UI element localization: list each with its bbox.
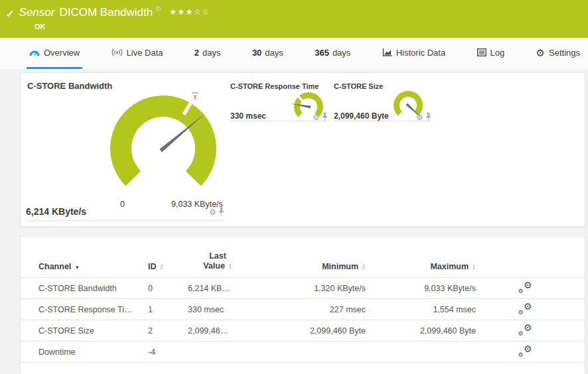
tab-label: days bbox=[202, 48, 220, 58]
column-header-channel[interactable]: Channel▼ bbox=[21, 237, 148, 278]
channel-name: C-STORE Response Ti… bbox=[21, 299, 148, 320]
edit-channel-gears-icon[interactable]: ⚙⚙ bbox=[518, 281, 532, 294]
channel-minimum: 1,320 KByte/s bbox=[248, 278, 380, 299]
gauge-title-size: C-STORE Size bbox=[334, 82, 383, 90]
flag-icon[interactable]: ⚐ bbox=[155, 5, 161, 13]
size-current-value: 2,099,460 Byte bbox=[334, 111, 389, 121]
tab-label: days bbox=[265, 48, 283, 58]
column-label: Maximum bbox=[430, 262, 469, 271]
sort-arrows-icon: ▲▼ bbox=[362, 264, 366, 271]
table-row-response-time[interactable]: C-STORE Response Ti… 1 330 msec 227 msec… bbox=[21, 299, 586, 320]
priority-star-rating[interactable]: ★★★☆☆ bbox=[169, 7, 210, 17]
divider bbox=[26, 220, 224, 221]
channel-maximum: 1,554 msec bbox=[380, 299, 490, 320]
bandwidth-widget-controls: ⚙ bbox=[209, 208, 224, 216]
live-broadcast-icon bbox=[111, 48, 123, 56]
table-row-size[interactable]: C-STORE Size 2 2,099,46… 2,099,460 Byte … bbox=[21, 320, 586, 342]
gauge-needle bbox=[290, 103, 311, 108]
column-header-last-value[interactable]: Last Value▲▼ bbox=[188, 237, 248, 278]
ok-check-icon: ✓ bbox=[6, 8, 15, 20]
historic-chart-icon bbox=[382, 48, 392, 57]
channel-last-value: 2,099,46… bbox=[188, 320, 248, 342]
table-row-bandwidth[interactable]: C-STORE Bandwidth 0 6,214 KB… 1,320 KByt… bbox=[21, 278, 586, 299]
channel-name: Downtime bbox=[21, 342, 148, 363]
tab-number: 2 bbox=[194, 48, 199, 58]
gauges-panel: C-STORE Bandwidth x 0 9,033 KByte/s 6,21… bbox=[20, 72, 585, 227]
column-header-actions bbox=[490, 237, 586, 278]
log-list-icon bbox=[477, 48, 486, 56]
channel-id: -4 bbox=[148, 342, 188, 363]
channel-name: C-STORE Bandwidth bbox=[21, 278, 148, 299]
channel-maximum: 2,099,460 Byte bbox=[380, 320, 490, 342]
widget-gear-icon[interactable]: ⚙ bbox=[313, 113, 320, 121]
channel-minimum bbox=[248, 342, 380, 363]
tab-overview[interactable]: Overview bbox=[27, 38, 82, 69]
tab-label: Historic Data bbox=[396, 48, 445, 58]
tab-settings[interactable]: ⚙ Settings bbox=[534, 38, 583, 69]
settings-gear-icon: ⚙ bbox=[536, 48, 545, 58]
page-content: C-STORE Bandwidth x 0 9,033 KByte/s 6,21… bbox=[0, 69, 588, 374]
gauge-title-response-time: C-STORE Response Time bbox=[230, 82, 319, 90]
edit-channel-gears-icon[interactable]: ⚙⚙ bbox=[518, 324, 532, 336]
channel-id: 2 bbox=[148, 320, 188, 342]
channel-id: 1 bbox=[148, 299, 188, 320]
table-row-downtime[interactable]: Downtime -4 ⚙⚙ bbox=[21, 342, 586, 363]
column-label: ID bbox=[148, 262, 157, 271]
gauge-icon bbox=[29, 48, 40, 57]
channel-name: C-STORE Size bbox=[21, 320, 148, 342]
divider bbox=[230, 121, 327, 121]
tab-historic-data[interactable]: Historic Data bbox=[380, 38, 448, 69]
edit-channel-gears-icon[interactable]: ⚙⚙ bbox=[518, 345, 532, 357]
tab-live-data[interactable]: Live Data bbox=[109, 38, 166, 69]
response-time-current-value: 330 msec bbox=[230, 111, 266, 121]
channel-last-value bbox=[188, 342, 248, 363]
column-label: Value bbox=[203, 261, 225, 271]
channel-last-value: 6,214 KB… bbox=[188, 278, 248, 299]
tab-label: Settings bbox=[549, 48, 580, 58]
channel-maximum bbox=[380, 342, 490, 363]
sensor-status-header: ✓ Sensor DICOM Bandwidth ⚐ ★★★☆☆ OK bbox=[0, 0, 588, 38]
channel-minimum: 2,099,460 Byte bbox=[248, 320, 380, 342]
tab-label: Live Data bbox=[127, 48, 163, 58]
sort-arrows-icon: ▲▼ bbox=[160, 264, 164, 271]
channel-table-panel: Channel▼ ID▲▼ Last Value▲▼ Minimum▲▼ Max… bbox=[20, 236, 585, 374]
tab-number: 365 bbox=[315, 48, 329, 58]
sensor-kind-label: Sensor bbox=[19, 6, 55, 19]
column-header-minimum[interactable]: Minimum▲▼ bbox=[248, 237, 380, 278]
tab-label: days bbox=[332, 48, 350, 58]
widget-pin-icon[interactable] bbox=[218, 208, 224, 216]
channel-table: Channel▼ ID▲▼ Last Value▲▼ Minimum▲▼ Max… bbox=[21, 237, 586, 363]
channel-id: 0 bbox=[148, 278, 188, 299]
status-ok-label: OK bbox=[35, 23, 588, 31]
tab-365-days[interactable]: 365 days bbox=[312, 38, 353, 69]
tab-bar: Overview Live Data 2 days 30 days 365 da… bbox=[0, 38, 588, 69]
channel-minimum: 227 msec bbox=[248, 299, 380, 320]
mean-marker-label: x bbox=[193, 92, 197, 101]
tab-label: Log bbox=[490, 48, 505, 58]
column-label: Minimum bbox=[322, 262, 358, 271]
tab-30-days[interactable]: 30 days bbox=[250, 38, 286, 69]
sort-arrows-icon: ▲▼ bbox=[472, 264, 476, 271]
edit-channel-gears-icon[interactable]: ⚙⚙ bbox=[518, 302, 532, 315]
column-label: Last bbox=[188, 251, 248, 261]
tab-number: 30 bbox=[252, 48, 261, 58]
divider bbox=[334, 121, 431, 121]
column-header-maximum[interactable]: Maximum▲▼ bbox=[380, 237, 490, 278]
channel-maximum: 9,033 KByte/s bbox=[380, 278, 490, 299]
column-label: Channel bbox=[38, 262, 71, 271]
bandwidth-current-value: 6,214 KByte/s bbox=[26, 206, 86, 217]
bandwidth-gauge: x bbox=[97, 89, 230, 208]
tab-log[interactable]: Log bbox=[475, 38, 508, 69]
tab-label: Overview bbox=[44, 48, 80, 58]
sensor-title: DICOM Bandwidth bbox=[59, 6, 153, 19]
channel-last-value: 330 msec bbox=[188, 299, 248, 320]
widget-gear-icon[interactable]: ⚙ bbox=[209, 208, 216, 216]
sort-arrows-icon: ▲▼ bbox=[228, 263, 232, 270]
sorted-desc-icon: ▼ bbox=[74, 265, 80, 271]
scale-min-label: 0 bbox=[120, 200, 125, 209]
table-header-row: Channel▼ ID▲▼ Last Value▲▼ Minimum▲▼ Max… bbox=[21, 237, 586, 278]
column-header-id[interactable]: ID▲▼ bbox=[148, 237, 188, 278]
widget-gear-icon[interactable]: ⚙ bbox=[416, 113, 423, 121]
tab-2-days[interactable]: 2 days bbox=[192, 38, 224, 69]
